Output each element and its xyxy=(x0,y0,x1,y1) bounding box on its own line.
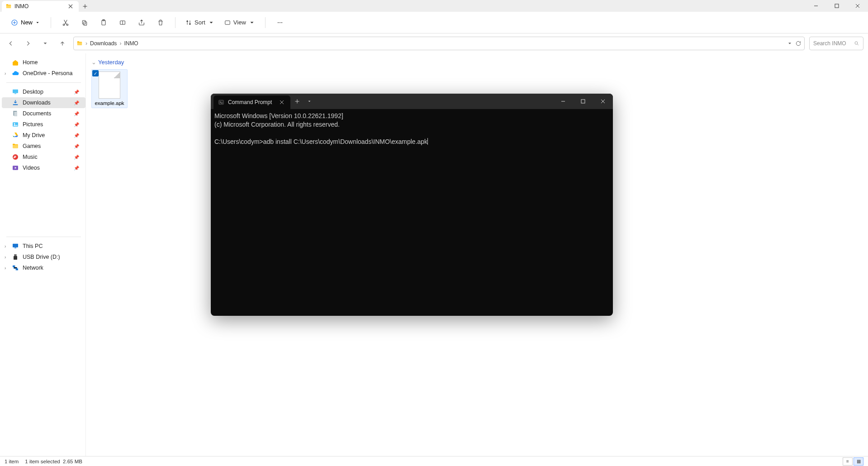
sidebar-label: Pictures xyxy=(23,121,43,128)
address-bar[interactable]: › Downloads › INMO xyxy=(73,37,805,50)
sidebar-usb-drive[interactable]: › USB Drive (D:) xyxy=(2,252,85,262)
maximize-button[interactable] xyxy=(826,0,847,12)
cmd-close-button[interactable] xyxy=(593,94,613,109)
chevron-right-icon[interactable]: › xyxy=(5,266,6,271)
svg-rect-26 xyxy=(14,256,17,260)
forward-button[interactable] xyxy=(22,37,34,50)
svg-rect-30 xyxy=(581,100,585,103)
pin-icon: 📌 xyxy=(74,144,82,149)
chevron-down-icon xyxy=(35,20,40,25)
pin-icon: 📌 xyxy=(74,122,82,127)
explorer-sidebar: Home › OneDrive - Persona Desktop 📌 Down… xyxy=(0,53,86,456)
svg-rect-5 xyxy=(84,22,87,25)
sidebar-label: Home xyxy=(23,59,38,66)
sidebar-label: This PC xyxy=(23,243,43,249)
sidebar-divider xyxy=(6,237,81,237)
close-window-button[interactable] xyxy=(847,0,868,12)
sidebar-this-pc[interactable]: › This PC xyxy=(2,241,85,252)
sidebar-pictures[interactable]: Pictures 📌 xyxy=(2,119,85,130)
sort-button[interactable]: Sort xyxy=(182,17,218,28)
sidebar-divider xyxy=(6,82,81,83)
sidebar-desktop[interactable]: Desktop 📌 xyxy=(2,86,85,97)
pin-icon: 📌 xyxy=(74,111,82,116)
file-item[interactable]: ✓ example.apk xyxy=(91,69,128,108)
sidebar-label: Network xyxy=(23,265,43,271)
group-header[interactable]: ⌄ Yesterday xyxy=(91,59,863,66)
refresh-button[interactable] xyxy=(795,40,802,47)
paste-button[interactable] xyxy=(95,15,112,30)
sidebar-music[interactable]: Music 📌 xyxy=(2,152,85,162)
sidebar-documents[interactable]: Documents 📌 xyxy=(2,108,85,119)
chevron-right-icon[interactable]: › xyxy=(5,244,6,249)
sort-icon xyxy=(185,19,192,26)
selection-check-icon[interactable]: ✓ xyxy=(92,70,99,76)
breadcrumb-separator: › xyxy=(119,40,121,47)
svg-rect-23 xyxy=(13,244,18,247)
minimize-button[interactable] xyxy=(806,0,826,12)
breadcrumb-item[interactable]: INMO xyxy=(124,40,138,47)
search-box[interactable]: Search INMO xyxy=(809,37,863,50)
sidebar-label: OneDrive - Persona xyxy=(23,70,72,76)
chevron-right-icon[interactable]: › xyxy=(5,255,6,260)
icons-view-button[interactable]: ▦ xyxy=(854,457,863,466)
search-icon xyxy=(854,41,859,46)
sidebar-downloads[interactable]: Downloads 📌 xyxy=(2,97,85,108)
toolbar-separator xyxy=(51,17,51,28)
sidebar-videos[interactable]: Videos 📌 xyxy=(2,162,85,173)
details-view-button[interactable]: ≡ xyxy=(843,457,853,466)
sidebar-games[interactable]: Games 📌 xyxy=(2,141,85,152)
close-tab-icon[interactable] xyxy=(278,98,286,106)
videos-icon xyxy=(12,164,19,171)
more-options-button[interactable] xyxy=(272,15,288,30)
cmd-maximize-button[interactable] xyxy=(573,94,593,109)
svg-rect-15 xyxy=(14,93,16,94)
new-button[interactable]: New xyxy=(6,17,44,28)
google-drive-icon xyxy=(12,132,19,139)
explorer-window-controls xyxy=(806,0,868,12)
terminal-icon xyxy=(218,99,224,105)
svg-rect-9 xyxy=(225,20,230,24)
sidebar-home[interactable]: Home xyxy=(2,57,85,68)
chevron-right-icon[interactable]: › xyxy=(5,71,6,76)
cmd-line: C:\Users\codym>adb install C:\Users\cody… xyxy=(214,138,427,145)
sidebar-onedrive[interactable]: › OneDrive - Persona xyxy=(2,68,85,79)
cmd-new-tab-button[interactable] xyxy=(290,95,304,108)
documents-icon xyxy=(12,110,19,117)
downloads-icon xyxy=(12,99,19,106)
new-button-label: New xyxy=(21,19,33,26)
share-button[interactable] xyxy=(133,15,150,30)
cmd-output[interactable]: Microsoft Windows [Version 10.0.22621.19… xyxy=(211,109,613,316)
up-button[interactable] xyxy=(56,37,69,50)
copy-button[interactable] xyxy=(76,15,93,30)
desktop-icon xyxy=(12,88,19,95)
text-cursor xyxy=(427,138,428,145)
explorer-tab-title: INMO xyxy=(14,3,64,10)
svg-rect-25 xyxy=(14,254,16,256)
cmd-tab[interactable]: Command Prompt xyxy=(213,95,290,109)
rename-button[interactable] xyxy=(114,15,131,30)
recent-locations-button[interactable] xyxy=(39,37,52,50)
delete-button[interactable] xyxy=(152,15,169,30)
sidebar-network[interactable]: › Network xyxy=(2,262,85,273)
close-tab-icon[interactable] xyxy=(67,3,74,10)
svg-rect-27 xyxy=(13,266,15,267)
pictures-icon xyxy=(12,121,19,128)
sidebar-mydrive[interactable]: My Drive 📌 xyxy=(2,130,85,141)
svg-rect-4 xyxy=(82,20,85,24)
new-tab-button[interactable] xyxy=(79,1,91,12)
cmd-minimize-button[interactable] xyxy=(553,94,573,109)
view-button[interactable]: View xyxy=(221,17,259,28)
chevron-down-icon[interactable] xyxy=(787,41,792,46)
cmd-window-controls xyxy=(553,94,613,109)
explorer-tab[interactable]: INMO xyxy=(2,1,79,12)
cloud-icon xyxy=(12,70,19,77)
cmd-tab-dropdown[interactable] xyxy=(304,95,315,108)
cut-button[interactable] xyxy=(57,15,74,30)
breadcrumb-item[interactable]: Downloads xyxy=(90,40,117,47)
svg-rect-14 xyxy=(13,90,18,93)
folder-icon xyxy=(76,40,83,47)
svg-rect-18 xyxy=(14,112,17,116)
back-button[interactable] xyxy=(5,37,17,50)
cmd-titlebar[interactable]: Command Prompt xyxy=(211,94,613,109)
music-icon xyxy=(12,153,19,161)
